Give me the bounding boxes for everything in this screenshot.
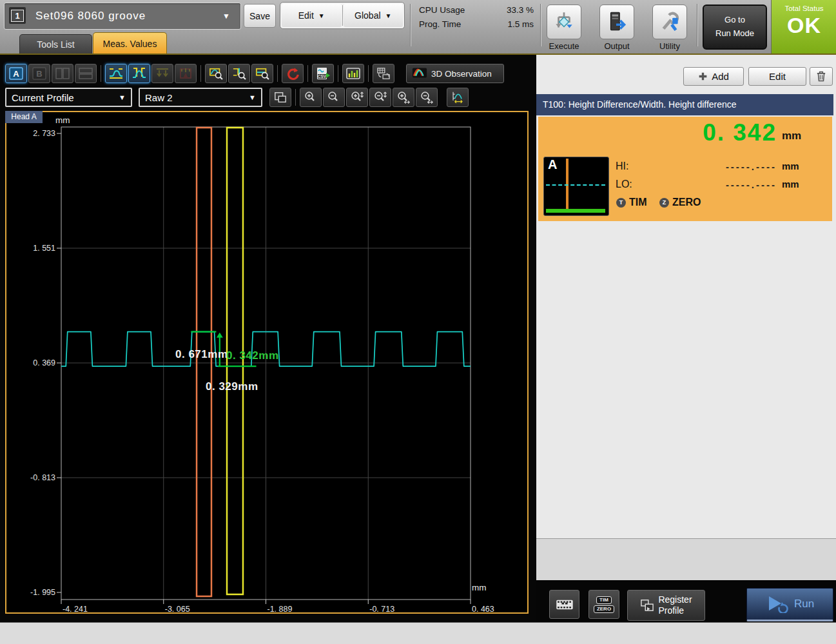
measure-marks-icon: [155, 67, 170, 80]
measure-marks-button[interactable]: [151, 64, 173, 83]
histogram-button[interactable]: [342, 64, 364, 83]
3d-observation-label: 3D Observation: [431, 69, 492, 79]
register-profile-button[interactable]: Register Profile: [627, 590, 705, 621]
add-tool-button[interactable]: Add: [683, 67, 744, 86]
divider: [342, 5, 343, 26]
measure-arrow-head: [217, 333, 223, 338]
program-selector[interactable]: 1 Set096 8060 groove ▼: [4, 3, 241, 30]
x-tick-label: -0. 713: [369, 605, 394, 612]
edit-menu-button[interactable]: Edit ▼: [282, 4, 342, 27]
zoom-vline-icon: [231, 67, 247, 80]
execute-button[interactable]: [547, 5, 581, 39]
display-a-button[interactable]: A: [5, 64, 27, 83]
register-profile-icon: [640, 599, 654, 612]
measure-annotation-1: 0. 342mm: [226, 349, 279, 362]
y-tick-label: -0. 813: [30, 473, 55, 482]
profile-chart[interactable]: Head A 2. 7331. 5510. 369-0. 813-1. 995-…: [5, 111, 529, 614]
peak-view-icon: [131, 67, 147, 80]
edit-tool-button[interactable]: Edit: [748, 67, 806, 86]
zoom-out-vertical-button[interactable]: [369, 88, 391, 107]
zero-indicator-icon: Z: [659, 198, 669, 208]
scale-fit-button[interactable]: [447, 88, 469, 107]
split-horizontal-button[interactable]: [75, 64, 97, 83]
total-status-panel: Total Status OK: [771, 0, 836, 54]
zoom-area-button[interactable]: [205, 64, 227, 83]
zoom-out-icon: [326, 91, 342, 104]
display-mode-select[interactable]: Current Profile ▼: [5, 88, 132, 107]
go-to-run-mode-button[interactable]: Go to Run Mode: [703, 5, 767, 50]
position-adjust-button[interactable]: [175, 64, 197, 83]
split-vertical-button[interactable]: [52, 64, 73, 83]
tab-meas-values[interactable]: Meas. Values: [93, 32, 167, 54]
thumbnail-marker-line: [566, 159, 569, 213]
toolbar-separator: [101, 65, 101, 82]
execute-label: Execute: [541, 41, 587, 51]
peak-view-button[interactable]: [128, 64, 150, 83]
zoom-vline-button[interactable]: [228, 64, 250, 83]
zoom-hline-button[interactable]: [251, 64, 273, 83]
plus-icon: [698, 72, 708, 81]
menu-group: Edit ▼ Global ▼: [280, 2, 405, 29]
utility-button[interactable]: [652, 5, 687, 39]
profile-view-icon: [108, 67, 124, 80]
x-tick-label: -3. 065: [165, 605, 190, 612]
app-window: 1 Set096 8060 groove ▼ Save Edit ▼ Globa…: [0, 0, 836, 644]
3d-observation-button[interactable]: 3D Observation: [406, 64, 504, 83]
zoom-in-vertical-button[interactable]: [346, 88, 368, 107]
topbar: 1 Set096 8060 groove ▼ Save Edit ▼ Globa…: [0, 0, 836, 55]
measurement-value: 0. 342: [648, 119, 777, 146]
csv-export-button[interactable]: CSV: [312, 64, 334, 83]
zoom-in-vertical-icon: [349, 91, 365, 104]
display-mode-value: Current Profile: [12, 92, 74, 103]
x-tick-label: -4. 241: [63, 605, 88, 612]
layout-swap-button[interactable]: [373, 64, 394, 83]
cpu-status-block: CPU Usage33.3 % Prog. Time1.5 ms: [419, 5, 534, 34]
cpu-usage-label: CPU Usage: [419, 5, 465, 15]
scale-fit-icon: [450, 91, 465, 104]
hi-label: HI:: [616, 161, 628, 172]
output-button[interactable]: [599, 5, 634, 39]
zoom-out-horizontal-button[interactable]: [416, 88, 438, 107]
global-menu-button[interactable]: Global ▼: [344, 4, 403, 27]
tool-title-bar[interactable]: T100: Height Difference/Width. Height di…: [536, 94, 833, 115]
reset-zoom-button[interactable]: [282, 64, 304, 83]
display-a-icon: A: [8, 67, 24, 80]
tab-tools-list[interactable]: Tools List: [19, 34, 92, 54]
run-button[interactable]: Run: [746, 588, 833, 621]
toolbar-separator: [295, 89, 296, 106]
toolbar-separator: [307, 65, 308, 82]
save-button[interactable]: Save: [244, 4, 276, 28]
profile-view-button[interactable]: [105, 64, 127, 83]
csv-export-icon: CSV: [315, 67, 331, 80]
y-axis-unit: mm: [55, 115, 70, 125]
profile-source-select[interactable]: Raw 2 ▼: [139, 88, 262, 107]
global-menu-label: Global: [355, 10, 380, 21]
zoom-in-button[interactable]: [300, 88, 322, 107]
zoom-in-horizontal-button[interactable]: [393, 88, 414, 107]
display-b-button[interactable]: B: [28, 64, 50, 83]
edit-menu-label: Edit: [298, 10, 314, 21]
profile-plot-area[interactable]: 2. 7331. 5510. 369-0. 813-1. 995-4. 241-…: [6, 112, 527, 612]
trend-log-button[interactable]: [549, 590, 579, 619]
zero-indicator-label: ZERO: [672, 197, 701, 208]
zoom-hline-icon: [255, 67, 270, 80]
chevron-down-icon: ▼: [385, 12, 392, 19]
lo-label: LO:: [616, 179, 632, 190]
measurement-card[interactable]: 0. 342 mm A HI: -----.---- mm LO: -----.…: [538, 117, 832, 221]
program-name: Set096 8060 groove: [35, 10, 146, 23]
layout-swap-icon: [376, 67, 391, 80]
tim-indicator-icon: T: [616, 198, 626, 208]
svg-text:A: A: [13, 69, 19, 79]
toolbar-row-2: [269, 88, 470, 107]
add-tool-label: Add: [712, 71, 729, 82]
range-compare-button[interactable]: [269, 88, 291, 107]
tim-zero-button[interactable]: TIM ZERO: [588, 590, 619, 619]
reset-zoom-icon: [285, 67, 300, 80]
toolbar-separator: [200, 65, 201, 82]
delete-tool-button[interactable]: [810, 67, 833, 86]
panel-footer-band: [536, 538, 836, 580]
zero-badge: ZERO: [594, 605, 614, 613]
prog-time-label: Prog. Time: [419, 19, 461, 29]
zoom-out-button[interactable]: [323, 88, 345, 107]
lo-unit: mm: [782, 179, 799, 190]
